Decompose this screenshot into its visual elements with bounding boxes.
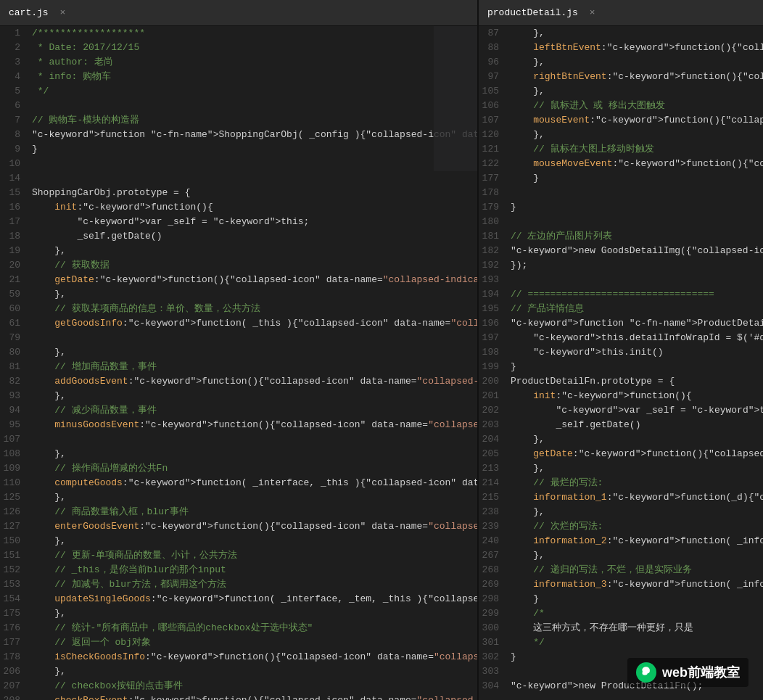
line-number: 214 xyxy=(479,476,508,490)
line-number: 195 xyxy=(479,302,508,316)
line-number: 303 xyxy=(479,664,508,679)
watermark-text: web前端教室 xyxy=(662,664,740,681)
line-content: /* xyxy=(508,606,763,621)
line-content: // 获取某项商品的信息：单价、数量，公共方法 xyxy=(29,302,477,316)
line-number: 175 xyxy=(0,606,29,621)
line-number: 199 xyxy=(479,360,508,374)
code-line: 18 _self.getDate() xyxy=(0,229,477,244)
line-content: }, xyxy=(508,432,763,447)
line-content: getGoodsInfo:"c-keyword">function( _this… xyxy=(29,316,477,331)
code-line: 17 "c-keyword">var _self = "c-keyword">t… xyxy=(0,215,477,229)
left-tab-close[interactable]: × xyxy=(60,7,66,18)
line-content: } xyxy=(508,171,763,186)
code-line: 19 }, xyxy=(0,244,477,258)
line-number: 193 xyxy=(479,273,508,287)
right-pane: productDetail.js × 87 },88 leftBtnEvent:… xyxy=(479,0,763,700)
code-line: 207 // checkbox按钮的点击事件 xyxy=(0,679,477,693)
line-number: 205 xyxy=(479,447,508,461)
line-number: 215 xyxy=(479,490,508,505)
code-line: 8"c-keyword">function "c-fn-name">Shoppi… xyxy=(0,128,477,142)
code-line: 125 }, xyxy=(0,490,477,505)
line-content: leftBtnEvent:"c-keyword">function(){"col… xyxy=(508,41,763,55)
line-content: }, xyxy=(508,505,763,519)
line-content: "c-keyword">new GoodsDetailImg({"collaps… xyxy=(508,244,763,258)
code-line: 179} xyxy=(479,200,763,215)
code-line: 178 xyxy=(479,186,763,200)
line-number: 9 xyxy=(0,142,29,157)
code-line: 109 // 操作商品增减的公共Fn xyxy=(0,461,477,476)
line-content: }, xyxy=(29,389,477,403)
code-line: 107 mouseEvent:"c-keyword">function(){"c… xyxy=(479,113,763,128)
line-content: // 获取数据 xyxy=(29,258,477,273)
line-number: 239 xyxy=(479,519,508,534)
line-number: 60 xyxy=(0,302,29,316)
line-content: getDate:"c-keyword">function(){"collapse… xyxy=(508,447,763,461)
line-number: 176 xyxy=(0,621,29,635)
line-content: // 次烂的写法: xyxy=(508,519,763,534)
line-content: }, xyxy=(508,84,763,99)
code-line: 201 init:"c-keyword">function(){ xyxy=(479,389,763,403)
code-line: 239 // 次烂的写法: xyxy=(479,519,763,534)
line-content xyxy=(29,331,477,345)
line-number: 15 xyxy=(0,186,29,200)
line-content: // 减少商品数量，事件 xyxy=(29,403,477,418)
line-number: 95 xyxy=(0,418,29,432)
line-content: // 统计-"所有商品中，哪些商品的checkbox处于选中状态" xyxy=(29,621,477,635)
line-content: information_1:"c-keyword">function(_d){"… xyxy=(508,490,763,505)
line-number: 4 xyxy=(0,70,29,84)
line-content: getDate:"c-keyword">function(){"collapse… xyxy=(29,273,477,287)
line-content: computeGoods:"c-keyword">function( _inte… xyxy=(29,476,477,490)
line-number: 240 xyxy=(479,534,508,548)
code-line: 94 // 减少商品数量，事件 xyxy=(0,403,477,418)
line-number: 80 xyxy=(0,345,29,360)
code-line: 3 * author: 老尚 xyxy=(0,55,477,70)
line-content: minusGoodsEvent:"c-keyword">function(){"… xyxy=(29,418,477,432)
code-line: 122 mouseMoveEvent:"c-keyword">function(… xyxy=(479,157,763,171)
line-content: "c-keyword">this.detailInfoWrapId = $('#… xyxy=(508,331,763,345)
right-code-scroll[interactable]: 87 },88 leftBtnEvent:"c-keyword">functio… xyxy=(479,26,763,700)
line-number: 177 xyxy=(479,171,508,186)
line-content: isCheckGoodsInfo:"c-keyword">function(){… xyxy=(29,650,477,664)
line-content: } xyxy=(508,592,763,606)
code-line: 268 // 递归的写法，不烂，但是实际业务 xyxy=(479,563,763,577)
line-number: 1 xyxy=(0,26,29,41)
right-tab-close[interactable]: × xyxy=(590,7,595,18)
line-content: "c-keyword">this.init() xyxy=(508,345,763,360)
line-content: * Date: 2017/12/15 xyxy=(29,41,477,55)
line-number: 206 xyxy=(0,664,29,679)
line-content: mouseMoveEvent:"c-keyword">function(){"c… xyxy=(508,157,763,171)
line-number: 122 xyxy=(479,157,508,171)
line-content: }, xyxy=(29,287,477,302)
line-number: 194 xyxy=(479,287,508,302)
line-number: 151 xyxy=(0,548,29,563)
line-number: 302 xyxy=(479,650,508,664)
left-code-scroll[interactable]: 1/*******************2 * Date: 2017/12/1… xyxy=(0,26,477,700)
line-number: 10 xyxy=(0,157,29,171)
line-number: 153 xyxy=(0,577,29,592)
line-number: 5 xyxy=(0,84,29,99)
right-tab-name[interactable]: productDetail.js xyxy=(487,7,578,18)
line-content: information_3:"c-keyword">function( _inf… xyxy=(508,577,763,592)
code-line: 1/******************* xyxy=(0,26,477,41)
line-content: // 递归的写法，不烂，但是实际业务 xyxy=(508,563,763,577)
code-line: 202 "c-keyword">var _self = "c-keyword">… xyxy=(479,403,763,418)
line-content xyxy=(29,157,477,171)
line-number: 105 xyxy=(479,84,508,99)
code-line: 195// 产品详情信息 xyxy=(479,302,763,316)
code-line: 204 }, xyxy=(479,432,763,447)
line-number: 108 xyxy=(0,447,29,461)
line-content xyxy=(29,171,477,186)
line-number: 21 xyxy=(0,273,29,287)
line-content: // 操作商品增减的公共Fn xyxy=(29,461,477,476)
left-tab-name[interactable]: cart.js xyxy=(9,7,49,18)
line-number: 8 xyxy=(0,128,29,142)
line-number: 61 xyxy=(0,316,29,331)
line-number: 6 xyxy=(0,99,29,113)
line-content: // _this，是你当前blur的那个input xyxy=(29,563,477,577)
code-line: 206 }, xyxy=(0,664,477,679)
line-content xyxy=(508,273,763,287)
line-content: } xyxy=(508,200,763,215)
line-number: 204 xyxy=(479,432,508,447)
code-line: 87 }, xyxy=(479,26,763,41)
line-number: 94 xyxy=(0,403,29,418)
